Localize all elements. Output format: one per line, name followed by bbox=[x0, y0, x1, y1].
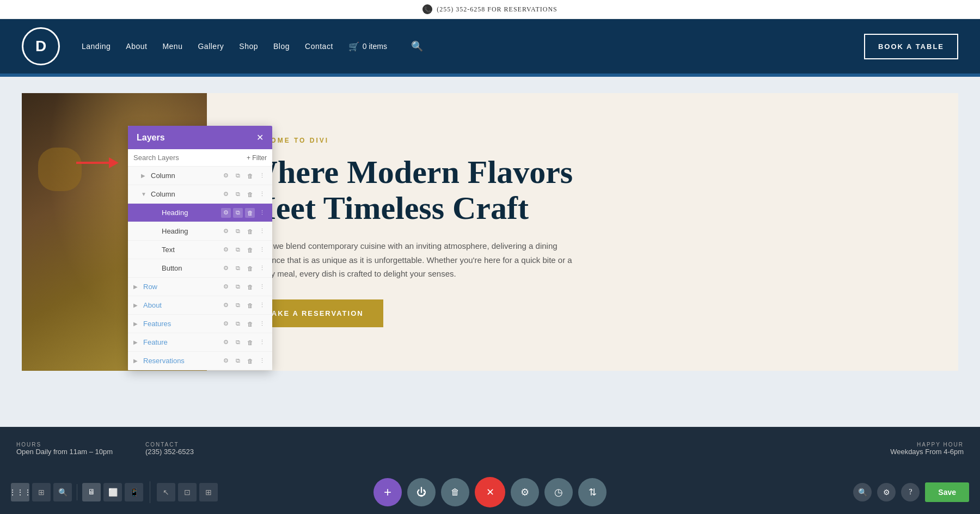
settings-icon[interactable]: ⚙ bbox=[221, 301, 231, 310]
copy-icon[interactable]: ⧉ bbox=[233, 338, 243, 347]
nav-menu[interactable]: Menu bbox=[162, 42, 182, 51]
list-item[interactable]: ▶ Feature ⚙ ⧉ 🗑 ⋮ bbox=[128, 333, 272, 352]
layer-actions: ⚙ ⧉ 🗑 ⋮ bbox=[221, 338, 267, 347]
book-table-button[interactable]: BOOK A TABLE bbox=[864, 34, 958, 59]
save-button[interactable]: Save bbox=[925, 482, 969, 502]
more-icon[interactable]: ⋮ bbox=[257, 338, 267, 347]
settings-icon[interactable]: ⚙ bbox=[221, 208, 231, 218]
site-header: D Landing About Menu Gallery Shop Blog C… bbox=[0, 19, 980, 74]
expand-icon[interactable]: ▼ bbox=[141, 191, 149, 197]
delete-icon[interactable]: 🗑 bbox=[245, 301, 255, 310]
expand-icon[interactable]: ▶ bbox=[133, 284, 141, 290]
copy-icon[interactable]: ⧉ bbox=[233, 301, 243, 310]
expand-icon[interactable]: ▶ bbox=[133, 358, 141, 364]
cart-area[interactable]: 🛒 0 items bbox=[348, 41, 387, 52]
settings-icon[interactable]: ⚙ bbox=[221, 189, 231, 199]
tool-menu[interactable]: ⋮⋮⋮ bbox=[11, 483, 29, 501]
nav-about[interactable]: About bbox=[126, 42, 147, 51]
delete-icon[interactable]: 🗑 bbox=[245, 245, 255, 255]
contact-value: (235) 352-6523 bbox=[145, 448, 194, 456]
nav-shop[interactable]: Shop bbox=[239, 42, 258, 51]
more-icon[interactable]: ⋮ bbox=[257, 227, 267, 236]
tool-wire[interactable]: ⊡ bbox=[178, 483, 197, 501]
copy-icon[interactable]: ⧉ bbox=[233, 171, 243, 181]
expand-icon[interactable]: ▶ bbox=[133, 339, 141, 345]
more-icon[interactable]: ⋮ bbox=[257, 171, 267, 181]
copy-icon[interactable]: ⧉ bbox=[233, 356, 243, 366]
more-icon[interactable]: ⋮ bbox=[257, 245, 267, 255]
copy-icon[interactable]: ⧉ bbox=[233, 189, 243, 199]
delete-icon[interactable]: 🗑 bbox=[245, 227, 255, 236]
tool-tablet[interactable]: ⬜ bbox=[103, 483, 122, 501]
more-icon[interactable]: ⋮ bbox=[257, 189, 267, 199]
tool-desktop[interactable]: 🖥 bbox=[82, 483, 101, 501]
copy-icon[interactable]: ⧉ bbox=[233, 208, 243, 218]
delete-icon[interactable]: 🗑 bbox=[245, 208, 255, 218]
list-item[interactable]: ▶ Row ⚙ ⧉ 🗑 ⋮ bbox=[128, 278, 272, 296]
filter-button[interactable]: + Filter bbox=[247, 154, 267, 162]
add-module-button[interactable]: + bbox=[373, 478, 402, 506]
nav-blog[interactable]: Blog bbox=[273, 42, 290, 51]
delete-icon[interactable]: 🗑 bbox=[245, 264, 255, 273]
delete-button[interactable]: 🗑 bbox=[441, 478, 469, 506]
list-item[interactable]: Heading ⚙ ⧉ 🗑 ⋮ bbox=[128, 222, 272, 241]
settings-button[interactable]: ⚙ bbox=[511, 478, 539, 506]
search-icon[interactable]: 🔍 bbox=[411, 40, 423, 52]
copy-icon[interactable]: ⧉ bbox=[233, 319, 243, 329]
search-icon-bottom[interactable]: 🔍 bbox=[853, 483, 872, 501]
list-item[interactable]: Text ⚙ ⧉ 🗑 ⋮ bbox=[128, 241, 272, 259]
expand-icon[interactable]: ▶ bbox=[141, 173, 149, 179]
list-item[interactable]: Heading ⚙ ⧉ 🗑 ⋮ bbox=[128, 204, 272, 222]
footer-hours: HOURS Open Daily from 11am – 10pm bbox=[16, 442, 113, 456]
settings-icon[interactable]: ⚙ bbox=[221, 338, 231, 347]
expand-icon[interactable]: ▶ bbox=[133, 302, 141, 308]
copy-icon[interactable]: ⧉ bbox=[233, 264, 243, 273]
settings-icon[interactable]: ⚙ bbox=[221, 227, 231, 236]
settings-icon-bottom[interactable]: ⚙ bbox=[877, 483, 896, 501]
settings-icon[interactable]: ⚙ bbox=[221, 171, 231, 181]
settings-icon[interactable]: ⚙ bbox=[221, 264, 231, 273]
list-item[interactable]: ▶ About ⚙ ⧉ 🗑 ⋮ bbox=[128, 296, 272, 315]
list-item[interactable]: ▶ Features ⚙ ⧉ 🗑 ⋮ bbox=[128, 315, 272, 333]
settings-icon[interactable]: ⚙ bbox=[221, 356, 231, 366]
more-icon[interactable]: ⋮ bbox=[257, 208, 267, 218]
more-icon[interactable]: ⋮ bbox=[257, 319, 267, 329]
copy-icon[interactable]: ⧉ bbox=[233, 245, 243, 255]
tool-grid[interactable]: ⊞ bbox=[32, 483, 51, 501]
tool-select[interactable]: ↖ bbox=[157, 483, 175, 501]
close-button[interactable]: ✕ bbox=[475, 477, 505, 507]
delete-icon[interactable]: 🗑 bbox=[245, 282, 255, 292]
nav-contact[interactable]: Contact bbox=[305, 42, 333, 51]
tool-search[interactable]: 🔍 bbox=[53, 483, 72, 501]
delete-icon[interactable]: 🗑 bbox=[245, 171, 255, 181]
tool-table[interactable]: ⊞ bbox=[199, 483, 218, 501]
delete-icon[interactable]: 🗑 bbox=[245, 338, 255, 347]
nav-landing[interactable]: Landing bbox=[82, 42, 111, 51]
list-item[interactable]: Button ⚙ ⧉ 🗑 ⋮ bbox=[128, 259, 272, 278]
site-logo[interactable]: D bbox=[22, 27, 60, 65]
settings-icon[interactable]: ⚙ bbox=[221, 319, 231, 329]
copy-icon[interactable]: ⧉ bbox=[233, 227, 243, 236]
delete-icon[interactable]: 🗑 bbox=[245, 319, 255, 329]
settings-icon[interactable]: ⚙ bbox=[221, 282, 231, 292]
layers-search-bar: + Filter bbox=[128, 149, 272, 167]
tool-phone[interactable]: 📱 bbox=[125, 483, 143, 501]
toggle-button[interactable]: ⇅ bbox=[578, 478, 607, 506]
layers-search-input[interactable] bbox=[133, 154, 242, 162]
history-button[interactable]: ◷ bbox=[544, 478, 573, 506]
list-item[interactable]: ▶ Reservations ⚙ ⧉ 🗑 ⋮ bbox=[128, 352, 272, 370]
copy-icon[interactable]: ⧉ bbox=[233, 282, 243, 292]
delete-icon[interactable]: 🗑 bbox=[245, 189, 255, 199]
nav-gallery[interactable]: Gallery bbox=[198, 42, 224, 51]
more-icon[interactable]: ⋮ bbox=[257, 282, 267, 292]
layers-close-button[interactable]: ✕ bbox=[256, 132, 264, 143]
more-icon[interactable]: ⋮ bbox=[257, 264, 267, 273]
expand-icon[interactable]: ▶ bbox=[133, 321, 141, 327]
settings-icon[interactable]: ⚙ bbox=[221, 245, 231, 255]
layer-label: Features bbox=[143, 320, 219, 328]
power-button[interactable]: ⏻ bbox=[407, 478, 436, 506]
delete-icon[interactable]: 🗑 bbox=[245, 356, 255, 366]
more-icon[interactable]: ⋮ bbox=[257, 356, 267, 366]
more-icon[interactable]: ⋮ bbox=[257, 301, 267, 310]
help-icon-bottom[interactable]: ? bbox=[901, 483, 920, 501]
